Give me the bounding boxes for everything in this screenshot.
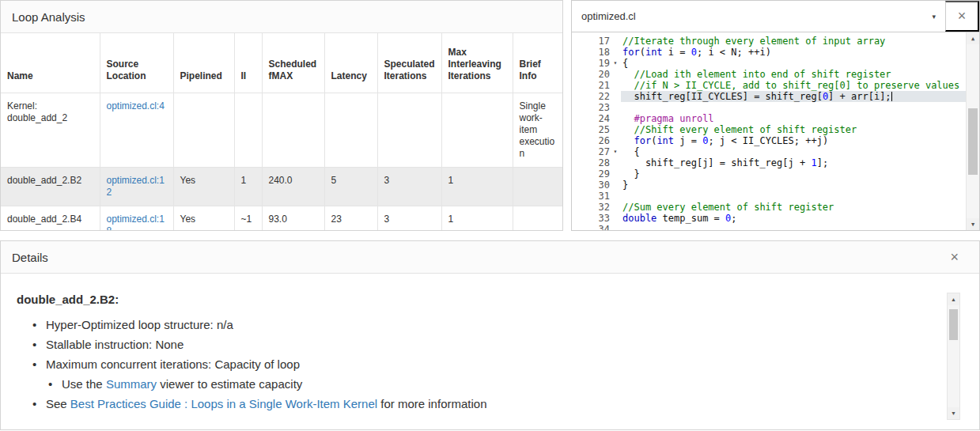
details-title: Details [12,251,48,264]
code-line: 22 shift_reg[II_CYCLES] = shift_reg[0] +… [572,91,966,102]
scroll-up-icon[interactable]: ▲ [967,32,979,44]
details-heading: double_add_2.B2: [17,293,932,306]
source-location-link[interactable]: optimized.cl:4 [107,100,165,112]
scrollbar-track[interactable] [967,44,979,218]
source-location-link[interactable]: optimized.cl:18 [107,214,165,232]
table-cell: double_add_2.B4 [1,206,100,231]
file-select[interactable]: optimized.cl ▾ [572,1,945,32]
dropdown-caret-icon: ▾ [932,13,936,21]
top-row: Loop Analysis NameSource LocationPipelin… [0,0,980,231]
line-number: 19▾ [572,58,621,69]
code-line: 25 //Shift every element of shift regist… [572,124,966,135]
code-text [621,102,966,113]
code-text: //Load ith element into end of shift reg… [621,69,966,80]
scroll-down-icon[interactable]: ▼ [948,407,959,419]
details-list-item: Stallable instruction: None [32,338,932,351]
code-line: 33double temp_sum = 0; [572,213,966,224]
code-line: 32//Sum every element of shift register [572,202,966,213]
text-cursor [891,92,892,101]
line-number: 17 [572,36,621,47]
scrollbar-thumb[interactable] [949,309,958,340]
table-cell [513,206,563,231]
table-cell: 1 [234,167,262,206]
code-line: 28 shift_reg[j] = shift_reg[j + 1]; [572,157,966,168]
table-row[interactable]: double_add_2.B4optimized.cl:18Yes~193.02… [1,206,563,231]
column-header-brief-info: Brief Info [513,33,563,93]
details-list-item: Hyper-Optimized loop structure: n/a [32,318,932,331]
details-list-item: See Best Practices Guide : Loops in a Si… [32,397,932,410]
table-cell [234,93,262,167]
table-cell: Single work-item execution [513,93,563,167]
fold-icon[interactable]: ▾ [610,146,621,157]
scroll-down-icon[interactable]: ▼ [967,218,979,230]
column-header-name: Name [1,33,100,93]
line-number: 33 [572,213,621,224]
details-vertical-scrollbar[interactable]: ▲ ▼ [947,293,960,420]
column-header-scheduled-fmax: Scheduled fMAX [262,33,324,93]
table-cell: 23 [324,206,377,231]
details-list-item: Use the Summary viewer to estimate capac… [48,377,932,391]
table-body: Kernel: double_add_2optimized.cl:4Single… [1,93,563,231]
line-number: 27▾ [572,146,621,157]
code-text: //Shift every element of shift register [621,124,966,135]
code-text: } [621,168,966,180]
code-text: for(int i = 0; i < N; ++i) [621,47,966,58]
loop-analysis-panel: Loop Analysis NameSource LocationPipelin… [0,0,563,231]
line-number: 30 [572,180,621,191]
code-text: } [621,180,966,191]
table-cell: optimized.cl:18 [100,206,173,231]
code-line: 23 [572,102,966,113]
file-select-value: optimized.cl [581,10,636,22]
source-location-link[interactable]: optimized.cl:12 [107,175,165,198]
line-number: 28 [572,157,621,168]
code-line: 26 for(int j = 0; j < II_CYCLES; ++j) [572,135,966,146]
table-header-row: NameSource LocationPipelinedIIScheduled … [1,33,563,93]
details-list-item: Maximum concurrent iterations: Capacity … [32,357,932,371]
code-text: //Sum every element of shift register [621,202,966,213]
line-number: 25 [572,124,621,135]
code-text: double temp_sum = 0; [621,213,966,224]
table-row[interactable]: double_add_2.B2optimized.cl:12Yes1240.05… [1,167,563,206]
code-text: shift_reg[j] = shift_reg[j + 1]; [621,157,966,168]
table-cell [262,93,324,167]
details-body: double_add_2.B2: Hyper-Optimized loop st… [1,274,979,429]
column-header-source-location: Source Location [100,33,173,93]
fold-icon[interactable]: ▾ [610,58,621,69]
table-cell: Yes [173,167,234,206]
details-link[interactable]: Summary [106,377,157,391]
code-text: { [621,58,966,69]
table-row[interactable]: Kernel: double_add_2optimized.cl:4Single… [1,93,563,167]
table-cell: 3 [377,206,441,231]
details-close-button[interactable]: × [950,250,959,264]
scrollbar-thumb[interactable] [968,108,978,175]
code-text [621,224,966,230]
line-number: 24 [572,113,621,124]
line-number: 31 [572,191,621,202]
code-toolbar: optimized.cl ▾ × [572,1,979,32]
scrollbar-track[interactable] [948,305,959,407]
code-lines: 17//Iterate through every element of inp… [572,32,966,230]
code-vertical-scrollbar[interactable]: ▲ ▼ [966,32,979,230]
line-number: 34 [572,224,621,230]
code-line: 29 } [572,168,966,180]
code-line: 27▾ { [572,146,966,157]
code-line: 24 #pragma unroll [572,113,966,124]
code-viewer-close-button[interactable]: × [945,1,979,32]
code-viewer-panel: optimized.cl ▾ × 17//Iterate through eve… [571,0,980,231]
table-cell: double_add_2.B2 [1,167,100,206]
details-link[interactable]: Best Practices Guide : Loops in a Single… [70,397,377,410]
table-cell: optimized.cl:12 [100,167,173,206]
table-cell [173,93,234,167]
code-line: 34 [572,224,966,230]
code-line: 17//Iterate through every element of inp… [572,36,966,47]
table-cell: 1 [441,206,513,231]
table-cell [513,167,563,206]
scroll-up-icon[interactable]: ▲ [948,293,959,305]
table-cell: Kernel: double_add_2 [1,93,100,167]
code-text: shift_reg[II_CYCLES] = shift_reg[0] + ar… [621,91,966,102]
details-panel: Details × double_add_2.B2: Hyper-Optimiz… [0,240,980,430]
loop-analysis-header: Loop Analysis [1,1,562,33]
column-header-ii: II [234,33,262,93]
column-header-max-interleaving-iterations: Max Interleaving Iterations [441,33,513,93]
code-line: 19▾{ [572,58,966,69]
